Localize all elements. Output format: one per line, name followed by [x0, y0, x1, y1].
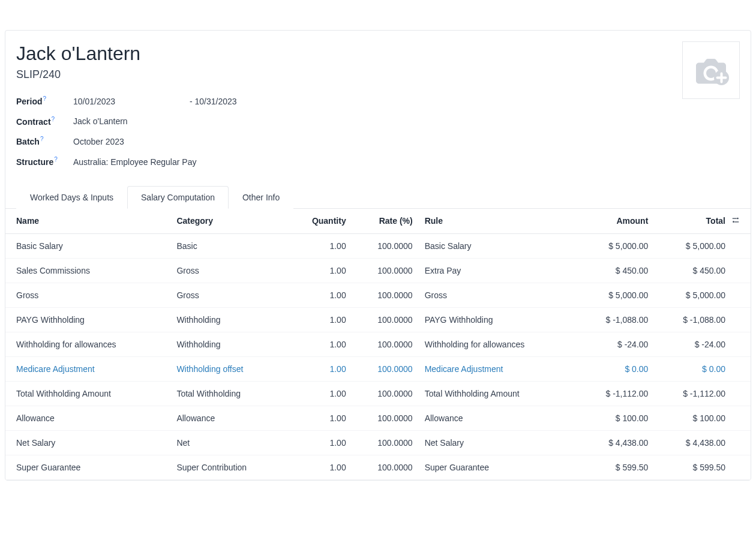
period-sep: - [190, 97, 193, 106]
cell-quantity: 1.00 [287, 307, 352, 332]
table-header-row: Name Category Quantity Rate (%) Rule Amo… [5, 209, 751, 234]
contract-value[interactable]: Jack o'Lantern [73, 111, 237, 131]
cell-rate: 100.0000 [352, 406, 419, 430]
cell-amount: $ -1,112.00 [577, 381, 655, 406]
cell-total: $ 5,000.00 [654, 233, 731, 258]
cell-pad [731, 430, 751, 455]
cell-pad [731, 455, 751, 479]
cell-rate: 100.0000 [352, 233, 419, 258]
cell-quantity: 1.00 [287, 381, 352, 406]
cell-category: Withholding offset [170, 356, 287, 381]
table-row[interactable]: PAYG WithholdingWithholding1.00100.0000P… [5, 307, 751, 332]
col-amount[interactable]: Amount [577, 209, 655, 234]
cell-pad [731, 233, 751, 258]
period-value: 10/01/2023 - 10/31/2023 [73, 91, 237, 111]
col-total[interactable]: Total [654, 209, 731, 234]
tab-other-info[interactable]: Other Info [229, 186, 293, 209]
cell-rule: Total Withholding Amount [419, 381, 577, 406]
cell-amount: $ 100.00 [577, 406, 655, 430]
cell-quantity: 1.00 [287, 406, 352, 430]
image-upload[interactable] [682, 41, 740, 99]
cell-pad [731, 307, 751, 332]
structure-label: Structure? [16, 151, 73, 172]
cell-amount: $ 5,000.00 [577, 233, 655, 258]
salary-lines-table: Name Category Quantity Rate (%) Rule Amo… [5, 209, 751, 480]
cell-category: Gross [170, 258, 287, 283]
cell-name: Basic Salary [5, 233, 170, 258]
cell-rule: Gross [419, 283, 577, 307]
cell-name: Super Guarantee [5, 455, 170, 479]
cell-total: $ 4,438.00 [654, 430, 731, 455]
table-row[interactable]: Super GuaranteeSuper Contribution1.00100… [5, 455, 751, 479]
help-icon[interactable]: ? [52, 116, 55, 122]
cell-amount: $ 0.00 [577, 356, 655, 381]
period-label: Period? [16, 91, 73, 111]
table-row[interactable]: Sales CommissionsGross1.00100.0000Extra … [5, 258, 751, 283]
batch-value[interactable]: October 2023 [73, 131, 237, 151]
cell-rule: Net Salary [419, 430, 577, 455]
cell-pad [731, 258, 751, 283]
col-category[interactable]: Category [170, 209, 287, 234]
cell-name: Allowance [5, 406, 170, 430]
period-from[interactable]: 10/01/2023 [73, 97, 115, 106]
help-icon[interactable]: ? [40, 136, 44, 142]
cell-rate: 100.0000 [352, 381, 419, 406]
cell-rate: 100.0000 [352, 283, 419, 307]
cell-rate: 100.0000 [352, 455, 419, 479]
cell-category: Withholding [170, 307, 287, 332]
cell-total: $ 450.00 [654, 258, 731, 283]
cell-amount: $ -1,088.00 [577, 307, 655, 332]
table-row[interactable]: Basic SalaryBasic1.00100.0000Basic Salar… [5, 233, 751, 258]
cell-name: Medicare Adjustment [5, 356, 170, 381]
cell-pad [731, 283, 751, 307]
cell-amount: $ 450.00 [577, 258, 655, 283]
meta-fields: Period? 10/01/2023 - 10/31/2023 Contract… [16, 91, 237, 172]
cell-rule: Super Guarantee [419, 455, 577, 479]
cell-rule: Basic Salary [419, 233, 577, 258]
cell-total: $ 599.50 [654, 455, 731, 479]
cell-category: Gross [170, 283, 287, 307]
table-row[interactable]: Net SalaryNet1.00100.0000Net Salary$ 4,4… [5, 430, 751, 455]
tabs: Worked Days & Inputs Salary Computation … [5, 186, 751, 209]
sliders-icon [731, 216, 740, 224]
cell-rule: Withholding for allowances [419, 332, 577, 356]
help-icon[interactable]: ? [54, 156, 58, 163]
cell-rule: Allowance [419, 406, 577, 430]
tab-worked-days[interactable]: Worked Days & Inputs [16, 186, 127, 209]
period-to[interactable]: 10/31/2023 [195, 97, 237, 106]
cell-pad [731, 381, 751, 406]
payslip-form: Jack o'Lantern SLIP/240 Period? 10/01/20… [5, 30, 751, 481]
cell-rule: Medicare Adjustment [419, 356, 577, 381]
col-name[interactable]: Name [5, 209, 170, 234]
cell-category: Super Contribution [170, 455, 287, 479]
cell-rate: 100.0000 [352, 430, 419, 455]
table-row[interactable]: AllowanceAllowance1.00100.0000Allowance$… [5, 406, 751, 430]
cell-pad [731, 406, 751, 430]
cell-rule: Extra Pay [419, 258, 577, 283]
table-row[interactable]: Withholding for allowancesWithholding1.0… [5, 332, 751, 356]
tab-salary-computation[interactable]: Salary Computation [127, 186, 229, 209]
table-row[interactable]: GrossGross1.00100.0000Gross$ 5,000.00$ 5… [5, 283, 751, 307]
cell-rule: PAYG Withholding [419, 307, 577, 332]
col-quantity[interactable]: Quantity [287, 209, 352, 234]
batch-label: Batch? [16, 131, 73, 151]
cell-total: $ -1,112.00 [654, 381, 731, 406]
table-row[interactable]: Medicare AdjustmentWithholding offset1.0… [5, 356, 751, 381]
cell-quantity: 1.00 [287, 283, 352, 307]
col-options[interactable] [731, 209, 751, 234]
structure-value[interactable]: Australia: Employee Regular Pay [73, 151, 237, 172]
help-icon[interactable]: ? [43, 95, 47, 102]
col-rate[interactable]: Rate (%) [352, 209, 419, 234]
cell-rate: 100.0000 [352, 307, 419, 332]
header-section: Jack o'Lantern SLIP/240 Period? 10/01/20… [5, 31, 751, 184]
col-rule[interactable]: Rule [419, 209, 577, 234]
cell-quantity: 1.00 [287, 233, 352, 258]
cell-name: Total Withholding Amount [5, 381, 170, 406]
cell-total: $ -24.00 [654, 332, 731, 356]
table-row[interactable]: Total Withholding AmountTotal Withholdin… [5, 381, 751, 406]
cell-rate: 100.0000 [352, 332, 419, 356]
cell-pad [731, 356, 751, 381]
cell-total: $ -1,088.00 [654, 307, 731, 332]
cell-category: Net [170, 430, 287, 455]
cell-pad [731, 332, 751, 356]
